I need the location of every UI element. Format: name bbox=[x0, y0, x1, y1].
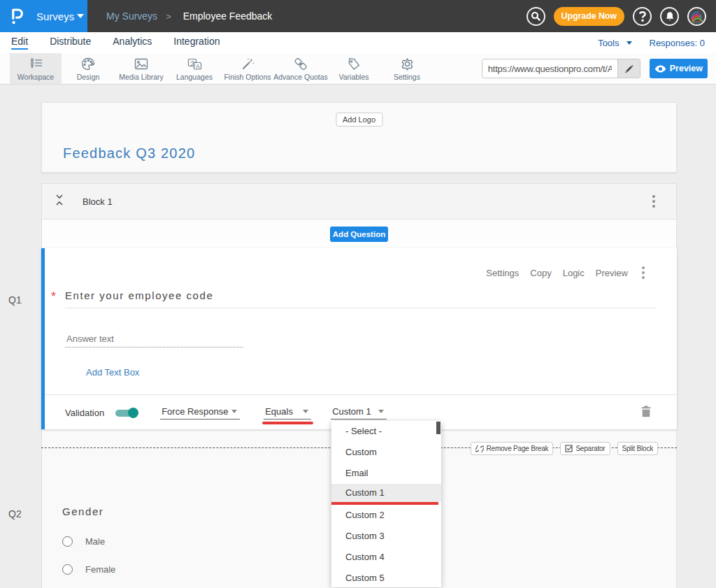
add-question-button[interactable]: Add Question bbox=[330, 227, 388, 242]
toolbar-item-design[interactable]: Design bbox=[62, 53, 115, 84]
menu-scrollbar[interactable] bbox=[436, 422, 441, 434]
translate-icon: 文A bbox=[187, 57, 202, 71]
survey-title[interactable]: Feedback Q3 2020 bbox=[63, 145, 195, 162]
toolbar-item-languages[interactable]: 文A Languages bbox=[168, 53, 221, 84]
toolbar-item-media-library[interactable]: Media Library bbox=[115, 53, 168, 84]
toolbar-item-label: Finish Options bbox=[224, 73, 271, 81]
toolbar-item-variables[interactable]: Variables bbox=[327, 53, 380, 84]
add-text-box-link[interactable]: Add Text Box bbox=[86, 367, 139, 378]
toolbar-item-settings[interactable]: Settings bbox=[380, 53, 434, 84]
toolbar-right: Preview bbox=[482, 53, 716, 84]
custom-value-menu: - Select - Custom Email Custom 1 Custom … bbox=[331, 421, 441, 587]
questionpro-logo-icon bbox=[12, 8, 23, 24]
block-menu-button[interactable] bbox=[652, 195, 655, 208]
menu-option-custom[interactable]: Custom bbox=[331, 442, 441, 463]
radio-button[interactable] bbox=[62, 536, 73, 547]
force-response-dropdown[interactable]: Force Response bbox=[160, 406, 240, 420]
menu-option-custom2[interactable]: Custom 2 bbox=[331, 505, 441, 526]
survey-editor-canvas: Add Logo Feedback Q3 2020 Q1 Q2 Block 1 … bbox=[0, 85, 716, 588]
search-button[interactable] bbox=[527, 7, 545, 26]
toolbar-item-advance-quotas[interactable]: Advance Quotas bbox=[274, 53, 327, 84]
q1-label: Q1 bbox=[8, 294, 22, 306]
toolbar-item-workspace[interactable]: Workspace bbox=[10, 53, 62, 84]
question-2-text[interactable]: Gender bbox=[62, 505, 103, 517]
trash-icon bbox=[641, 406, 651, 417]
add-logo-button[interactable]: Add Logo bbox=[336, 113, 382, 127]
separator-button[interactable]: Separator bbox=[560, 442, 610, 455]
radio-button[interactable] bbox=[62, 564, 73, 575]
chevron-down-icon bbox=[231, 410, 237, 413]
account-avatar[interactable] bbox=[687, 7, 706, 26]
delete-validation-button[interactable] bbox=[641, 406, 651, 420]
custom-value: Custom 1 bbox=[332, 406, 371, 417]
unlink-icon bbox=[475, 445, 484, 453]
menu-option-email[interactable]: Email bbox=[331, 463, 441, 484]
tab-edit[interactable]: Edit bbox=[11, 36, 28, 50]
answer-underline bbox=[65, 347, 243, 347]
custom-value-dropdown[interactable]: Custom 1 bbox=[331, 406, 387, 420]
magic-wand-icon bbox=[241, 57, 255, 71]
answer-placeholder[interactable]: Answer text bbox=[66, 334, 114, 344]
breadcrumb-my-surveys[interactable]: My Surveys bbox=[106, 10, 157, 22]
toolbar-item-finish-options[interactable]: Finish Options bbox=[221, 53, 274, 84]
question-preview-link[interactable]: Preview bbox=[596, 268, 628, 278]
product-switcher[interactable]: Surveys bbox=[0, 0, 87, 32]
edit-url-button[interactable] bbox=[617, 59, 640, 78]
radio-option-female: Female bbox=[62, 564, 115, 575]
menu-option-custom5[interactable]: Custom 5 bbox=[331, 568, 441, 587]
validation-toggle[interactable] bbox=[115, 410, 135, 417]
toolbar-item-label: Media Library bbox=[119, 73, 164, 81]
collapse-block-icon[interactable] bbox=[55, 194, 64, 208]
topbar: Surveys My Surveys > Employee Feedback U… bbox=[0, 0, 716, 32]
tools-menu[interactable]: Tools bbox=[598, 38, 631, 48]
separator-icon bbox=[565, 445, 573, 452]
help-button[interactable] bbox=[633, 7, 652, 26]
pencil-icon bbox=[624, 64, 633, 73]
block-title: Block 1 bbox=[83, 196, 113, 207]
question-settings-link[interactable]: Settings bbox=[486, 268, 519, 278]
preview-button[interactable]: Preview bbox=[650, 59, 708, 78]
topbar-actions: Upgrade Now bbox=[527, 0, 716, 32]
menu-option-custom4[interactable]: Custom 4 bbox=[331, 547, 441, 568]
remove-page-break-button[interactable]: Remove Page Break bbox=[471, 442, 554, 455]
section-tabs: Edit Distribute Analytics Integration To… bbox=[0, 32, 716, 53]
operator-dropdown[interactable]: Equals bbox=[264, 406, 311, 420]
image-icon bbox=[134, 57, 148, 71]
breadcrumb: My Surveys > Employee Feedback bbox=[87, 0, 272, 32]
tab-integration[interactable]: Integration bbox=[173, 36, 220, 50]
upgrade-now-button[interactable]: Upgrade Now bbox=[554, 7, 624, 26]
question-logic-link[interactable]: Logic bbox=[563, 268, 585, 278]
toolbar-item-label: Workspace bbox=[17, 73, 54, 81]
design-icon bbox=[81, 57, 95, 71]
question-menu-button[interactable] bbox=[642, 266, 645, 279]
svg-text:A: A bbox=[196, 62, 200, 69]
link-icon bbox=[294, 57, 308, 71]
question-1-card[interactable]: Settings Copy Logic Preview * Enter your… bbox=[41, 248, 677, 429]
split-block-label: Split Block bbox=[622, 445, 654, 452]
eye-icon bbox=[654, 65, 666, 73]
tag-icon bbox=[348, 57, 361, 71]
survey-url-input[interactable] bbox=[482, 59, 617, 78]
question-1-text[interactable]: Enter your employee code bbox=[65, 289, 213, 301]
responses-count[interactable]: Responses: 0 bbox=[650, 38, 706, 48]
menu-option-custom3[interactable]: Custom 3 bbox=[331, 526, 441, 547]
validation-divider bbox=[45, 394, 677, 395]
tab-analytics[interactable]: Analytics bbox=[113, 36, 152, 50]
breadcrumb-separator-icon: > bbox=[166, 11, 171, 22]
survey-url-group bbox=[482, 59, 640, 78]
question-copy-link[interactable]: Copy bbox=[530, 268, 551, 278]
workspace-icon bbox=[28, 57, 43, 71]
operator-value: Equals bbox=[265, 406, 293, 417]
notifications-button[interactable] bbox=[660, 7, 679, 26]
tab-distribute[interactable]: Distribute bbox=[50, 36, 91, 50]
menu-option-select[interactable]: - Select - bbox=[331, 421, 441, 442]
required-asterisk: * bbox=[51, 289, 56, 304]
gear-icon bbox=[401, 57, 414, 71]
product-label: Surveys bbox=[36, 10, 74, 22]
split-block-button[interactable]: Split Block bbox=[617, 442, 659, 455]
separator-label: Separator bbox=[575, 445, 605, 452]
menu-option-custom1[interactable]: Custom 1 bbox=[331, 484, 441, 502]
q2-label: Q2 bbox=[8, 508, 22, 519]
chevron-down-icon bbox=[626, 41, 632, 45]
radio-option-male: Male bbox=[62, 536, 105, 547]
